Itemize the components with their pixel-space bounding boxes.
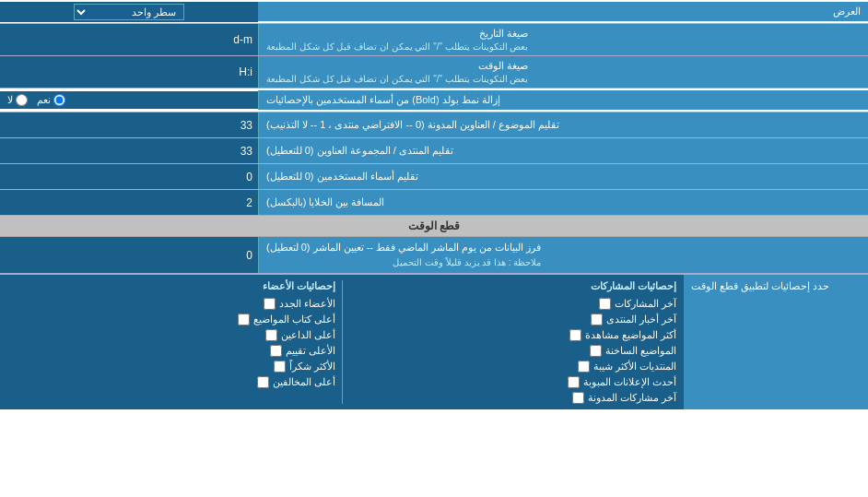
- check-latest-classifieds[interactable]: أحدث الإعلانات المبوبة: [348, 376, 677, 388]
- date-format-sublabel: بعض التكوينات يتطلب "/" التي يمكن ان تضا…: [266, 41, 528, 52]
- stats-section-label: حدد إحصائيات لتطبيق قطع الوقت: [684, 275, 868, 409]
- cutoff-input-cell: [0, 237, 258, 273]
- check-new-members-input[interactable]: [264, 298, 276, 310]
- check-top-callers-input[interactable]: [265, 329, 277, 341]
- check-most-viewed-label: أكثر المواضيع مشاهدة: [585, 329, 676, 341]
- check-top-rated-input[interactable]: [270, 345, 282, 357]
- check-top-violators-label: أعلى المخالفين: [273, 376, 335, 388]
- cutoff-label-note: ملاحظة : هذا قد يزيد قليلاً وقت التحميل: [266, 256, 541, 269]
- forum-title-input-cell: [0, 138, 258, 163]
- cutoff-row: فرز البيانات من يوم الماشر الماضي فقط --…: [0, 237, 868, 274]
- date-format-input[interactable]: [6, 33, 252, 46]
- col-divider: [342, 280, 343, 404]
- check-blog-posts[interactable]: آخر مشاركات المدونة: [348, 392, 677, 404]
- check-latest-classifieds-input[interactable]: [568, 376, 580, 388]
- check-forum-news-label: آخر أخبار المنتدى: [606, 314, 676, 325]
- check-top-writers[interactable]: أعلى كتاب المواضيع: [7, 314, 336, 325]
- cell-spacing-text: المسافة بين الخلايا (بالبكسل): [266, 196, 385, 208]
- date-format-input-cell: [0, 24, 258, 55]
- stats-label-text: حدد إحصائيات لتطبيق قطع الوقت: [691, 280, 829, 292]
- check-most-popular-label: المنتديات الأكثر شيبة: [593, 361, 676, 373]
- check-forum-news[interactable]: آخر أخبار المنتدى: [348, 314, 677, 325]
- stats-checkboxes-section: حدد إحصائيات لتطبيق قطع الوقت إحصائيات ا…: [0, 274, 868, 409]
- cutoff-label-main: فرز البيانات من يوم الماشر الماضي فقط --…: [266, 241, 541, 254]
- check-most-thanked[interactable]: الأكثر شكراً: [7, 361, 336, 373]
- display-mode-label: العرض: [258, 2, 868, 21]
- forum-title-label: تقليم المنتدى / المجموعة العناوين (0 للت…: [258, 138, 868, 163]
- check-top-writers-label: أعلى كتاب المواضيع: [253, 314, 335, 325]
- bold-yes-text: نعم: [37, 94, 51, 106]
- time-format-row: صيغة الوقت بعض التكوينات يتطلب "/" التي …: [0, 56, 868, 89]
- username-count-label: تقليم أسماء المستخدمين (0 للتعطيل): [258, 164, 868, 189]
- time-format-label: صيغة الوقت بعض التكوينات يتطلب "/" التي …: [258, 56, 868, 88]
- check-top-violators[interactable]: أعلى المخالفين: [7, 376, 336, 388]
- checkboxes-container: إحصائيات المشاركات آخر المشاركات آخر أخب…: [0, 275, 684, 409]
- check-hot-topics-label: المواضيع الساخنة: [605, 345, 676, 357]
- time-format-title: صيغة الوقت: [266, 60, 528, 72]
- bold-yes-label[interactable]: نعم: [37, 94, 65, 106]
- username-count-input-cell: [0, 164, 258, 189]
- forum-title-row: تقليم المنتدى / المجموعة العناوين (0 للت…: [0, 138, 868, 164]
- cutoff-title: قطع الوقت: [408, 219, 460, 232]
- check-top-violators-input[interactable]: [257, 376, 269, 388]
- username-count-input[interactable]: [6, 171, 252, 183]
- check-most-popular-input[interactable]: [578, 361, 590, 373]
- check-last-posts-label: آخر المشاركات: [615, 298, 676, 310]
- check-hot-topics[interactable]: المواضيع الساخنة: [348, 345, 677, 357]
- username-count-row: تقليم أسماء المستخدمين (0 للتعطيل): [0, 164, 868, 190]
- check-top-callers[interactable]: أعلى الداعين: [7, 329, 336, 341]
- check-blog-posts-label: آخر مشاركات المدونة: [588, 392, 676, 404]
- display-mode-select[interactable]: سطر واحد سطرين ثلاثة أسطر: [74, 4, 184, 20]
- topic-title-text: تقليم الموضوع / العناوين المدونة (0 -- ا…: [266, 119, 559, 131]
- col1-checkboxes: إحصائيات المشاركات آخر المشاركات آخر أخب…: [345, 280, 681, 404]
- forum-title-text: تقليم المنتدى / المجموعة العناوين (0 للت…: [266, 145, 453, 157]
- bold-remove-label: إزالة نمط بولد (Bold) من أسماء المستخدمي…: [258, 90, 868, 110]
- bold-remove-row: إزالة نمط بولد (Bold) من أسماء المستخدمي…: [0, 89, 868, 112]
- col2-checkboxes: إحصائيات الأعضاء الأعضاء الجدد أعلى كتاب…: [4, 280, 340, 404]
- cell-spacing-input[interactable]: [6, 196, 252, 209]
- col2-header: إحصائيات الأعضاء: [7, 280, 336, 292]
- time-format-input[interactable]: [6, 65, 252, 78]
- bold-yes-radio[interactable]: [53, 94, 65, 106]
- display-mode-input[interactable]: سطر واحد سطرين ثلاثة أسطر: [0, 2, 258, 22]
- check-top-rated-label: الأعلى تقييم: [286, 345, 335, 357]
- bold-no-label[interactable]: لا: [7, 94, 28, 106]
- display-mode-row: العرض سطر واحد سطرين ثلاثة أسطر: [0, 0, 868, 24]
- cutoff-label: فرز البيانات من يوم الماشر الماضي فقط --…: [258, 237, 868, 273]
- check-forum-news-input[interactable]: [591, 314, 603, 325]
- bold-no-text: لا: [7, 94, 13, 106]
- bold-no-radio[interactable]: [16, 94, 28, 106]
- check-last-posts[interactable]: آخر المشاركات: [348, 298, 677, 310]
- forum-title-input[interactable]: [6, 145, 252, 158]
- col1-header: إحصائيات المشاركات: [348, 280, 677, 292]
- cell-spacing-input-cell: [0, 190, 258, 215]
- topic-title-label: تقليم الموضوع / العناوين المدونة (0 -- ا…: [258, 112, 868, 137]
- check-last-posts-input[interactable]: [599, 298, 611, 310]
- check-top-callers-label: أعلى الداعين: [281, 329, 335, 341]
- topic-title-input[interactable]: [6, 119, 252, 132]
- time-format-sublabel: بعض التكوينات يتطلب "/" التي يمكن ان تضا…: [266, 74, 528, 84]
- cell-spacing-label: المسافة بين الخلايا (بالبكسل): [258, 190, 868, 215]
- date-format-row: صيغة التاريخ بعض التكوينات يتطلب "/" الت…: [0, 24, 868, 56]
- check-most-viewed-input[interactable]: [569, 329, 581, 341]
- bold-remove-radio-group: نعم لا: [0, 91, 258, 109]
- check-new-members[interactable]: الأعضاء الجدد: [7, 298, 336, 310]
- check-most-thanked-input[interactable]: [274, 361, 286, 373]
- cutoff-input[interactable]: [6, 249, 252, 262]
- check-most-thanked-label: الأكثر شكراً: [289, 361, 335, 373]
- topic-title-input-cell: [0, 112, 258, 137]
- check-top-rated[interactable]: الأعلى تقييم: [7, 345, 336, 357]
- check-most-popular[interactable]: المنتديات الأكثر شيبة: [348, 361, 677, 373]
- check-hot-topics-input[interactable]: [590, 345, 602, 357]
- check-top-writers-input[interactable]: [238, 314, 250, 325]
- check-most-viewed[interactable]: أكثر المواضيع مشاهدة: [348, 329, 677, 341]
- cutoff-section-header: قطع الوقت: [0, 216, 868, 237]
- cell-spacing-row: المسافة بين الخلايا (بالبكسل): [0, 190, 868, 216]
- display-mode-text: العرض: [833, 6, 861, 17]
- topic-title-row: تقليم الموضوع / العناوين المدونة (0 -- ا…: [0, 112, 868, 138]
- check-blog-posts-input[interactable]: [572, 392, 584, 404]
- check-latest-classifieds-label: أحدث الإعلانات المبوبة: [583, 376, 676, 388]
- time-format-input-cell: [0, 56, 258, 88]
- check-new-members-label: الأعضاء الجدد: [279, 298, 335, 310]
- date-format-title: صيغة التاريخ: [266, 28, 528, 40]
